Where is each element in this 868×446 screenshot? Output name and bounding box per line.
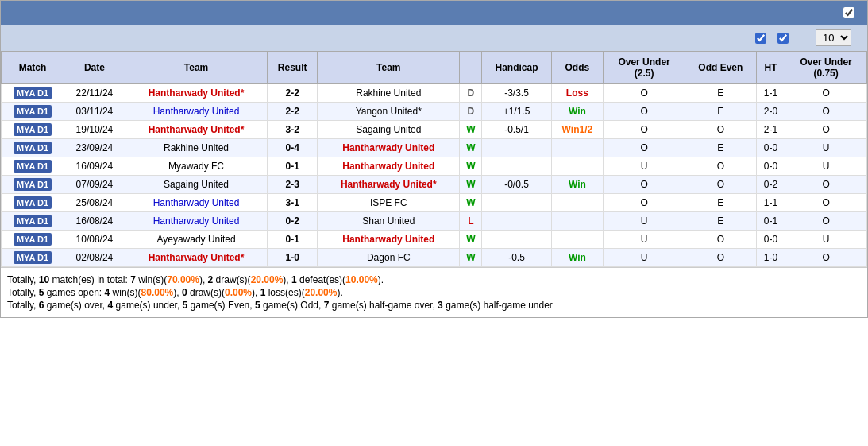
col-result: Result [268,52,318,84]
date-cell: 19/10/24 [64,121,125,139]
table-row: MYA D116/08/24Hantharwady United0-2Shan … [2,212,867,231]
display-notes-label[interactable] [843,7,858,18]
ht-cell: 1-1 [756,194,785,212]
team1-cell[interactable]: Rakhine United [125,139,267,157]
team2-cell[interactable]: Sagaing United [318,121,460,139]
ht-ou-cell: O [785,194,867,212]
ht-ou-cell: U [785,157,867,176]
mya-d1-checkbox[interactable] [777,33,789,44]
league-badge: MYA D1 [14,142,52,154]
table-row: MYA D125/08/24Hantharwady United3-1ISPE … [2,194,867,212]
league-badge: MYA D1 [14,251,52,264]
ht-ou-cell: O [785,249,867,267]
league-cell: MYA D1 [2,121,64,139]
table-body: MYA D122/11/24Hantharwady United*2-2Rakh… [2,84,867,267]
table-row: MYA D122/11/24Hantharwady United*2-2Rakh… [2,84,867,103]
result-letter-cell: D [460,103,482,121]
score-cell: 2-2 [268,103,318,121]
ht-cell: 0-2 [756,176,785,194]
team1-cell[interactable]: Sagaing United [125,176,267,194]
ht-cell: 1-1 [756,84,785,103]
display-notes-checkbox[interactable] [843,7,854,18]
int-cf-checkbox[interactable] [755,33,766,44]
team2-cell[interactable]: Hantharwady United [318,231,460,249]
league-badge: MYA D1 [14,196,52,209]
team1-cell[interactable]: Hantharwady United [125,194,267,212]
table-row: MYA D103/11/24Hantharwady United2-2Yango… [2,103,867,121]
ht-ou-cell: O [785,212,867,231]
table-row: MYA D119/10/24Hantharwady United*3-2Saga… [2,121,867,139]
team2-cell[interactable]: Hantharwady United* [318,176,460,194]
header-right [843,7,858,18]
games-select[interactable]: 10 5 15 20 All [816,29,851,46]
col-match: Match [2,52,64,84]
result-letter-cell: W [460,249,482,267]
score-cell: 0-1 [268,157,318,176]
date-cell: 25/08/24 [64,194,125,212]
ou25-cell: U [604,249,685,267]
table-row: MYA D116/09/24Myawady FC0-1Hantharwady U… [2,157,867,176]
date-cell: 10/08/24 [64,231,125,249]
oe-cell: O [685,157,756,176]
date-cell: 22/11/24 [64,84,125,103]
odds-cell [551,212,604,231]
ou25-cell: U [604,157,685,176]
odds-cell: Win [551,249,604,267]
league-cell: MYA D1 [2,176,64,194]
table-row: MYA D102/08/24Hantharwady United*1-0Dago… [2,249,867,267]
mya-d1-filter[interactable] [777,33,792,44]
oe-cell: O [685,249,756,267]
footer-line-2: Totally, 5 games open: 4 win(s)(80.00%),… [7,287,861,298]
ht-cell: 1-0 [756,249,785,267]
team2-cell[interactable]: Hantharwady United [318,157,460,176]
odds-cell [551,157,604,176]
col-handicap: Handicap [482,52,551,84]
ou25-cell: O [604,121,685,139]
ou25-cell: O [604,103,685,121]
int-cf-filter[interactable] [755,33,770,44]
footer-section: Totally, 10 match(es) in total: 7 win(s)… [1,267,867,317]
team2-cell[interactable]: Shan United [318,212,460,231]
score-cell: 0-2 [268,212,318,231]
league-badge: MYA D1 [14,178,52,191]
team1-cell[interactable]: Hantharwady United [125,103,267,121]
result-letter-cell: W [460,139,482,157]
result-letter-cell: W [460,121,482,139]
ht-cell: 0-0 [756,231,785,249]
date-cell: 23/09/24 [64,139,125,157]
team1-cell[interactable]: Hantharwady United [125,212,267,231]
team2-cell[interactable]: ISPE FC [318,194,460,212]
team1-cell[interactable]: Hantharwady United* [125,249,267,267]
league-badge: MYA D1 [14,87,52,99]
odds-cell [551,231,604,249]
result-letter-cell: L [460,212,482,231]
league-cell: MYA D1 [2,249,64,267]
odds-cell: Win [551,176,604,194]
footer-line-1: Totally, 10 match(es) in total: 7 win(s)… [7,274,861,285]
league-cell: MYA D1 [2,212,64,231]
team2-cell[interactable]: Dagon FC [318,249,460,267]
ht-ou-cell: O [785,121,867,139]
league-cell: MYA D1 [2,84,64,103]
team2-cell[interactable]: Rakhine United [318,84,460,103]
col-team1: Team [125,52,267,84]
ht-cell: 0-0 [756,139,785,157]
team1-cell[interactable]: Hantharwady United* [125,84,267,103]
header-bar [1,1,867,25]
team2-cell[interactable]: Hantharwady United [318,139,460,157]
oe-cell: E [685,84,756,103]
ht-ou-cell: O [785,103,867,121]
team1-cell[interactable]: Hantharwady United* [125,121,267,139]
ht-cell: 2-1 [756,121,785,139]
team1-cell[interactable]: Myawady FC [125,157,267,176]
handicap-cell: -0.5/1 [482,121,551,139]
oe-cell: E [685,103,756,121]
team2-cell[interactable]: Yangon United* [318,103,460,121]
date-cell: 07/09/24 [64,176,125,194]
score-cell: 0-4 [268,139,318,157]
col-ht: HT [756,52,785,84]
league-badge: MYA D1 [14,123,52,136]
team1-cell[interactable]: Ayeyawady United [125,231,267,249]
result-letter-cell: D [460,84,482,103]
score-cell: 1-0 [268,249,318,267]
